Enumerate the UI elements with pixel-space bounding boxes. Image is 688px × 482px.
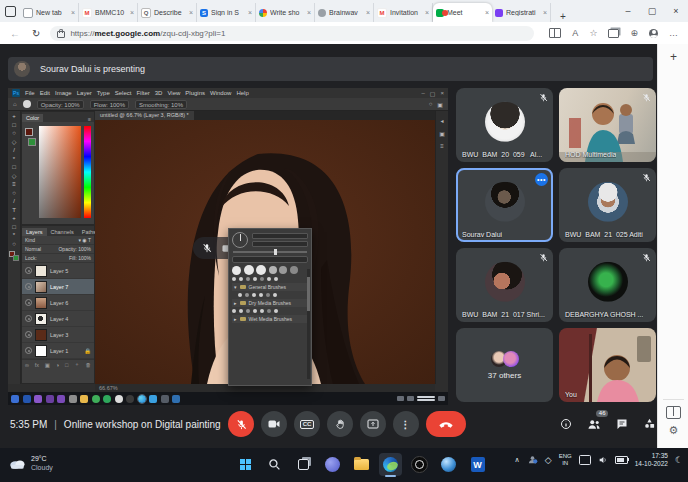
- shared-taskbar-icon[interactable]: [80, 395, 88, 403]
- tab-write[interactable]: Write sho×: [256, 3, 315, 22]
- blend-mode-select[interactable]: Normal: [25, 246, 41, 252]
- layer-fill-field[interactable]: Fill: 100%: [69, 255, 91, 261]
- panel-icon[interactable]: ▣: [439, 130, 445, 137]
- background-color-swatch[interactable]: [13, 255, 19, 261]
- shared-taskbar-icon[interactable]: [172, 395, 180, 403]
- shared-taskbar-icon[interactable]: [11, 395, 19, 403]
- brush-thumb[interactable]: [232, 309, 236, 313]
- type-tool-icon[interactable]: T: [12, 207, 16, 214]
- tab-meet-active[interactable]: Meet×: [433, 3, 492, 22]
- shared-taskbar-icon[interactable]: [161, 395, 169, 403]
- collapse-arrow-icon[interactable]: ◂: [440, 117, 443, 124]
- layer-opacity-field[interactable]: Opacity: 100%: [58, 246, 91, 252]
- hand-tool-icon[interactable]: *: [13, 232, 15, 239]
- marquee-tool-icon[interactable]: □: [12, 122, 16, 129]
- tab-close-icon[interactable]: ×: [425, 9, 429, 16]
- menu-type[interactable]: Type: [97, 90, 110, 96]
- menu-select[interactable]: Select: [115, 90, 132, 96]
- document-tab[interactable]: untitled @ 66.7% (Layer 3, RGB/8) *: [95, 111, 194, 120]
- brush-sample[interactable]: [269, 266, 277, 274]
- channels-tab[interactable]: Channels: [47, 228, 78, 236]
- ps-restore-button[interactable]: ▢: [430, 90, 436, 97]
- tab-close-icon[interactable]: ×: [366, 9, 370, 16]
- sidebar-panel-icon[interactable]: [666, 406, 681, 419]
- split-screen-icon[interactable]: [549, 28, 561, 38]
- tray-teams-icon[interactable]: [527, 454, 538, 465]
- brush-thumb[interactable]: [266, 293, 270, 297]
- participant-tile-overflow[interactable]: 37 others: [456, 328, 553, 402]
- taskbar-weather-widget[interactable]: 29°C Cloudy: [8, 454, 53, 472]
- shared-taskbar-icon[interactable]: [103, 395, 111, 403]
- brush-thumb[interactable]: [246, 309, 250, 313]
- brush-preset-icon[interactable]: [23, 100, 31, 108]
- flow-field[interactable]: Flow: 100%: [90, 100, 129, 109]
- brush-size-input[interactable]: [252, 233, 308, 239]
- tray-onedrive-icon[interactable]: ◇: [545, 455, 552, 465]
- activities-button[interactable]: [643, 417, 656, 430]
- layer-visibility-icon[interactable]: [25, 331, 32, 338]
- tab-registration[interactable]: Registrati×: [492, 3, 551, 22]
- tab-sign-in[interactable]: SSign in S×: [197, 3, 256, 22]
- restore-button[interactable]: ▢: [640, 6, 664, 16]
- brush-angle-dial[interactable]: [232, 232, 248, 248]
- tablet-mode-icon[interactable]: [579, 455, 591, 465]
- brush-thumb[interactable]: [238, 293, 242, 297]
- layer-row-background[interactable]: Layer 1🔒: [22, 343, 94, 359]
- shared-taskbar-icon[interactable]: [149, 395, 157, 403]
- shape-tool-icon[interactable]: □: [12, 224, 16, 231]
- shared-taskbar-icon[interactable]: [92, 395, 100, 403]
- delete-layer-icon[interactable]: 🗑: [86, 362, 92, 368]
- crop-tool-icon[interactable]: ◇: [12, 139, 17, 146]
- popup-scrollbar[interactable]: [307, 269, 310, 379]
- tile-more-options-button[interactable]: •••: [535, 173, 548, 186]
- lock-label[interactable]: Lock:: [25, 255, 37, 261]
- tab-close-icon[interactable]: ×: [248, 9, 252, 16]
- layer-effects-icon[interactable]: fx: [35, 362, 39, 368]
- captions-button[interactable]: CC: [294, 411, 320, 437]
- tab-actions-button[interactable]: [0, 0, 20, 22]
- tab-close-icon[interactable]: ×: [543, 9, 547, 16]
- app-button-dark-circle[interactable]: [408, 453, 431, 476]
- brush-thumb[interactable]: [260, 277, 264, 281]
- shared-taskbar-icon[interactable]: [57, 395, 65, 403]
- ps-search-icon[interactable]: ○: [429, 101, 433, 108]
- home-icon[interactable]: ⌂: [13, 101, 17, 107]
- shared-taskbar-edge-icon[interactable]: [138, 395, 146, 403]
- workspace-icon[interactable]: ▣: [437, 101, 443, 108]
- brush-sample[interactable]: [232, 266, 241, 275]
- volume-icon[interactable]: [598, 455, 608, 465]
- brush-thumb[interactable]: [267, 309, 271, 313]
- brush-sample[interactable]: [279, 266, 287, 274]
- browser-essentials-icon[interactable]: ⊕: [630, 28, 638, 38]
- layer-row[interactable]: Layer 6: [22, 295, 94, 311]
- raise-hand-button[interactable]: [327, 411, 353, 437]
- participant-tile-video[interactable]: HOD Multimedia: [559, 88, 656, 162]
- tab-invitation[interactable]: MInvitation×: [374, 3, 433, 22]
- tab-close-icon[interactable]: ×: [71, 9, 75, 16]
- layer-visibility-icon[interactable]: [25, 267, 32, 274]
- brush-sample[interactable]: [256, 265, 266, 275]
- blur-tool-icon[interactable]: ○: [12, 190, 16, 197]
- tab-describe[interactable]: QDescribe×: [138, 3, 197, 22]
- brush-thumb[interactable]: [239, 277, 243, 281]
- filter-kind-label[interactable]: Kind: [25, 237, 35, 243]
- brush-thumb[interactable]: [246, 277, 250, 281]
- panel-icon[interactable]: ≡: [440, 143, 444, 149]
- settings-more-icon[interactable]: …: [669, 28, 678, 38]
- layer-row[interactable]: Layer 5: [22, 263, 94, 279]
- color-fg-swatch[interactable]: [25, 128, 33, 136]
- shared-taskbar-icon[interactable]: [23, 395, 31, 403]
- participant-tile-self[interactable]: You: [559, 328, 656, 402]
- brush-hardness-input[interactable]: [252, 241, 308, 247]
- tab-close-icon[interactable]: ×: [130, 9, 134, 16]
- foreground-background-swatches[interactable]: [9, 251, 19, 261]
- sidebar-add-icon[interactable]: +: [658, 50, 688, 64]
- tab-close-icon[interactable]: ×: [307, 9, 311, 16]
- stamp-tool-icon[interactable]: □: [12, 164, 16, 171]
- layer-visibility-icon[interactable]: [25, 347, 32, 354]
- layers-tab[interactable]: Layers: [22, 228, 47, 236]
- read-aloud-icon[interactable]: A: [572, 28, 578, 38]
- tab-close-icon[interactable]: ×: [485, 9, 489, 16]
- file-explorer-button[interactable]: [350, 453, 373, 476]
- color-bg-swatch[interactable]: [28, 138, 36, 146]
